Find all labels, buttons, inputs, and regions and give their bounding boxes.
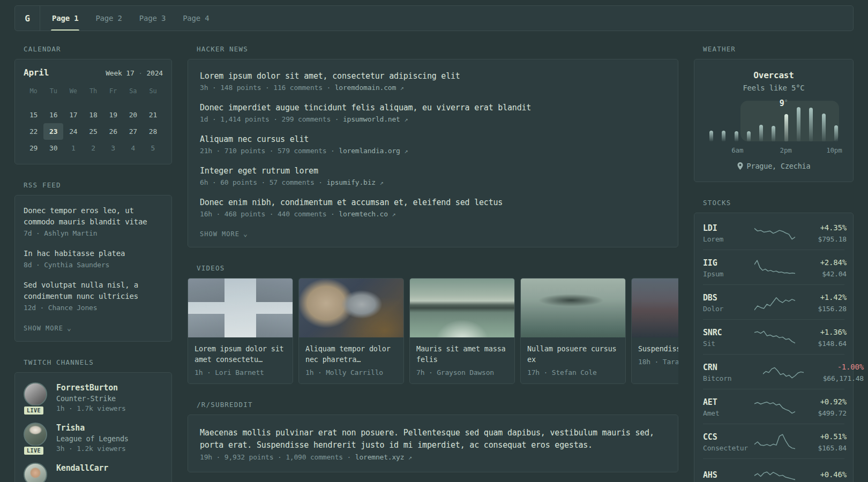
stock-sparkline [754,466,795,482]
hn-item-title[interactable]: Aliquam nec cursus elit [200,133,666,145]
stocks-widget: STOCKS LDILorem +4.35%$795.18 IIGIpsum +… [694,199,854,482]
calendar-day: 30 [43,140,63,156]
stock-row[interactable]: CRNBitcorn -1.00%$66,171.48 [703,355,844,389]
stock-row[interactable]: IIGIpsum +2.84%$42.04 [703,250,844,285]
calendar-day: 17 [63,107,83,123]
weekday-label: Mo [24,85,43,99]
video-title: Mauris sit amet massa felis [416,343,508,365]
rss-widget: RSS FEED Donec tempor eros leo, ut commo… [14,181,172,342]
twitch-channel-row[interactable]: LIVE ForrestBurton Counter-Strike 1h · 1… [24,382,163,412]
stock-symbol: CCS [703,432,754,442]
time-label: 2pm [780,146,792,154]
video-meta: 18h · Tara [638,358,678,366]
temperature-bar [722,131,725,141]
tab-page-2[interactable]: Page 2 [87,6,130,31]
weather-widget: WEATHER Overcast Feels like 5°C 9° 6am 2… [694,45,854,182]
stock-change: +0.92% [795,396,847,407]
rss-item-meta: 8d · Cynthia Saunders [24,261,163,269]
stock-sparkline [754,328,795,347]
stock-price: $499.72 [795,409,847,417]
stock-sparkline [763,363,804,382]
weekday-label: Th [83,85,103,99]
hn-item: Donec enim nibh, condimentum et accumsan… [200,197,666,218]
video-card[interactable]: Suspendisse diam 18h · Tara [631,278,678,384]
stock-row[interactable]: SNRCSit +1.36%$148.64 [703,320,844,355]
stock-row[interactable]: CCSConsectetur +0.51%$165.84 [703,424,844,459]
hn-show-more-button[interactable]: SHOW MORE⌄ [200,230,248,238]
weather-feels-like: Feels like 5°C [703,84,844,92]
hn-item-title[interactable]: Donec imperdiet augue tincidunt felis al… [200,102,666,114]
tab-page-3[interactable]: Page 3 [131,6,174,31]
calendar-day: 28 [143,123,163,140]
video-title: Aliquam tempor dolor nec pharetra… [305,343,397,365]
twitch-channel-row[interactable]: KendallCarr [24,463,163,482]
twitch-widget: TWITCH CHANNELS LIVE ForrestBurton Count… [14,358,172,482]
twitch-channel-row[interactable]: LIVE Trisha League of Legends 3h · 1.2k … [24,423,163,453]
stock-price: $795.18 [795,235,847,243]
stock-row[interactable]: LDILorem +4.35%$795.18 [703,215,844,250]
stock-price: $156.28 [795,305,847,313]
calendar-day: 5 [143,140,163,156]
reddit-post-title[interactable]: Maecenas mollis pulvinar erat non posuer… [200,427,666,451]
app-logo[interactable]: G [15,6,40,31]
channel-category: Counter-Strike [56,394,126,403]
hn-item-title[interactable]: Integer eget rutrum lorem [200,165,666,177]
stock-name: Consectetur [703,444,754,452]
stock-row[interactable]: DBSDolor +1.42%$156.28 [703,285,844,320]
temperature-bar-chart: 9° 6am 2pm 10pm [707,101,840,154]
hn-item-domain[interactable]: loremlandia.org [339,147,400,155]
channel-category: League of Legends [56,434,129,443]
stock-row[interactable]: AHS +0.46% [703,459,844,482]
temperature-bar [709,131,713,141]
hn-item-meta: 21h · 710 points · 579 comments · loreml… [200,147,666,155]
hn-item-title[interactable]: Donec enim nibh, condimentum et accumsan… [200,197,666,208]
reddit-post-domain[interactable]: loremnet.xyz [355,453,405,461]
video-card[interactable]: Mauris sit amet massa felis 7h · Grayson… [409,278,515,384]
time-label: 10pm [826,146,842,154]
rss-show-more-button[interactable]: SHOW MORE⌄ [24,325,72,332]
stock-symbol: DBS [703,292,754,303]
stock-price: $165.84 [795,444,847,452]
hn-item-domain[interactable]: ipsumworld.net [343,115,400,123]
stock-symbol: AHS [703,470,754,480]
rss-item-title[interactable]: Donec tempor eros leo, ut commodo mauris… [24,205,163,228]
video-meta: 17h · Stefan Cole [527,368,619,376]
rss-item-title[interactable]: In hac habitasse platea [24,248,163,259]
hn-item: Lorem ipsum dolor sit amet, consectetur … [200,70,666,92]
rss-item: Sed volutpat nulla nisl, a condimentum n… [24,280,163,312]
weather-header: WEATHER [703,45,854,53]
subreddit-header: /R/SUBREDDIT [197,401,678,409]
stock-change: +2.84% [795,257,847,268]
video-title: Suspendisse diam [638,343,678,354]
hackernews-header: HACKER NEWS [197,45,678,53]
hn-item-title[interactable]: Lorem ipsum dolor sit amet, consectetur … [200,70,666,82]
hn-item-domain[interactable]: ipsumify.biz [326,178,376,186]
video-thumbnail [632,278,678,337]
calendar-week-year: Week 17 · 2024 [106,69,163,77]
calendar-month: April [24,67,49,78]
calendar-day-selected: 23 [43,123,63,140]
hn-item-domain[interactable]: loremtech.co [339,210,388,218]
chevron-down-icon: ⌄ [67,326,72,330]
temperature-bar [759,125,763,141]
time-label: 6am [731,146,743,154]
temperature-bar [772,126,775,141]
stock-sparkline [754,293,795,312]
rss-item-meta: 7d · Ashlyn Martin [24,229,163,237]
video-card[interactable]: Nullam posuere cursus ex 17h · Stefan Co… [520,278,626,384]
stock-row[interactable]: AETAmet +0.92%$499.72 [703,389,844,424]
stock-name: Amet [703,409,754,417]
temperature-bars [709,107,838,141]
tab-page-1[interactable]: Page 1 [43,6,87,31]
stock-name: Ipsum [703,270,754,278]
video-title: Nullam posuere cursus ex [527,343,619,365]
hn-item-domain[interactable]: loremdomain.com [335,84,396,92]
video-card[interactable]: Aliquam tempor dolor nec pharetra… 1h · … [298,278,404,384]
video-card[interactable]: Lorem ipsum dolor sit amet consectetu… 1… [188,278,293,384]
stocks-header: STOCKS [703,199,854,207]
calendar-day: 19 [103,107,123,123]
tab-page-4[interactable]: Page 4 [174,6,218,31]
rss-item-title[interactable]: Sed volutpat nulla nisl, a condimentum n… [24,280,163,302]
calendar-day: 27 [123,123,143,140]
right-column: WEATHER Overcast Feels like 5°C 9° 6am 2… [694,45,854,482]
